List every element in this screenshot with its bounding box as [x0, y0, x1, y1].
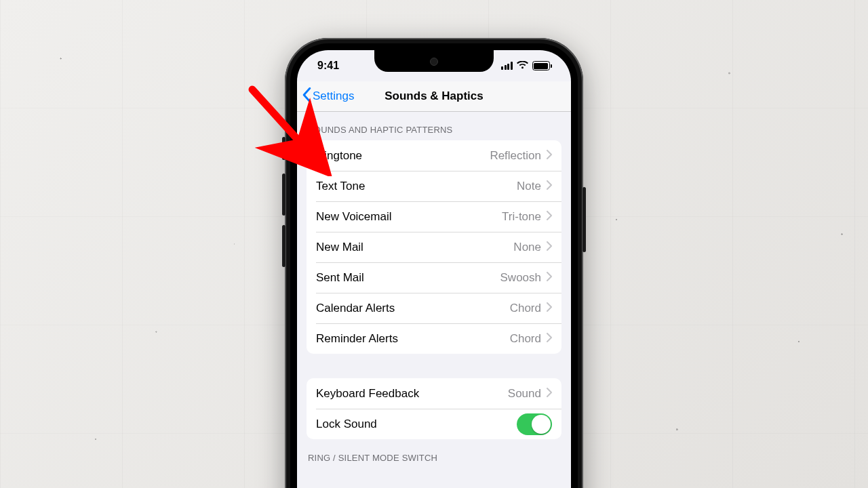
chevron-right-icon	[547, 388, 552, 400]
iphone-frame: 9:41 Settings Sounds & Haptics Sounds an…	[285, 38, 583, 488]
chevron-right-icon	[547, 333, 552, 345]
chevron-right-icon	[547, 241, 552, 253]
row-text-tone[interactable]: Text Tone Note	[307, 171, 561, 201]
row-new-voicemail[interactable]: New Voicemail Tri-tone	[307, 201, 561, 232]
section-header-ring-silent: Ring / Silent Mode Switch	[297, 439, 571, 468]
row-value: None	[513, 241, 541, 254]
row-keyboard-feedback[interactable]: Keyboard Feedback Sound	[307, 378, 561, 409]
lock-sound-toggle[interactable]	[517, 413, 552, 435]
row-reminder-alerts[interactable]: Reminder Alerts Chord	[307, 323, 561, 354]
row-label: Lock Sound	[316, 418, 377, 431]
row-value: Chord	[510, 332, 541, 346]
row-lock-sound: Lock Sound	[307, 409, 561, 439]
navigation-bar: Settings Sounds & Haptics	[297, 81, 571, 112]
row-ringtone[interactable]: Ringtone Reflection	[307, 140, 561, 171]
chevron-right-icon	[547, 211, 552, 223]
row-value: Tri-tone	[502, 210, 541, 224]
group-system-sounds: Keyboard Feedback Sound Lock Sound	[307, 378, 561, 439]
side-button	[583, 187, 586, 252]
phone-screen: 9:41 Settings Sounds & Haptics Sounds an…	[297, 50, 571, 488]
chevron-right-icon	[547, 272, 552, 284]
volume-up-button	[282, 174, 285, 216]
chevron-left-icon	[302, 87, 311, 106]
row-label: New Mail	[316, 241, 363, 254]
cellular-signal-icon	[501, 62, 513, 70]
row-label: Sent Mail	[316, 271, 364, 285]
chevron-right-icon	[547, 302, 552, 314]
chevron-right-icon	[547, 150, 552, 162]
row-calendar-alerts[interactable]: Calendar Alerts Chord	[307, 293, 561, 323]
row-label: Text Tone	[316, 180, 365, 193]
row-sent-mail[interactable]: Sent Mail Swoosh	[307, 262, 561, 293]
page-title: Sounds & Haptics	[384, 89, 483, 103]
back-button[interactable]: Settings	[302, 81, 354, 111]
status-time: 9:41	[317, 60, 339, 72]
section-header-sounds: Sounds and Haptic Patterns	[297, 111, 571, 140]
group-sound-patterns: Ringtone Reflection Text Tone Note New V…	[307, 140, 561, 354]
row-label: New Voicemail	[316, 210, 392, 224]
volume-down-button	[282, 225, 285, 267]
front-camera-icon	[430, 58, 438, 66]
row-new-mail[interactable]: New Mail None	[307, 232, 561, 262]
back-button-label: Settings	[313, 89, 354, 103]
silent-switch	[282, 137, 285, 160]
row-value: Swoosh	[500, 271, 541, 285]
row-value: Chord	[510, 302, 541, 315]
battery-icon	[532, 61, 553, 70]
settings-content[interactable]: Sounds and Haptic Patterns Ringtone Refl…	[297, 111, 571, 488]
row-value: Reflection	[490, 149, 541, 163]
row-label: Reminder Alerts	[316, 332, 398, 346]
row-label: Keyboard Feedback	[316, 387, 419, 401]
row-value: Sound	[508, 387, 541, 401]
row-value: Note	[517, 180, 541, 193]
row-label: Ringtone	[316, 149, 362, 163]
chevron-right-icon	[547, 180, 552, 192]
display-notch	[374, 50, 494, 72]
wifi-icon	[517, 60, 528, 72]
row-label: Calendar Alerts	[316, 302, 395, 315]
